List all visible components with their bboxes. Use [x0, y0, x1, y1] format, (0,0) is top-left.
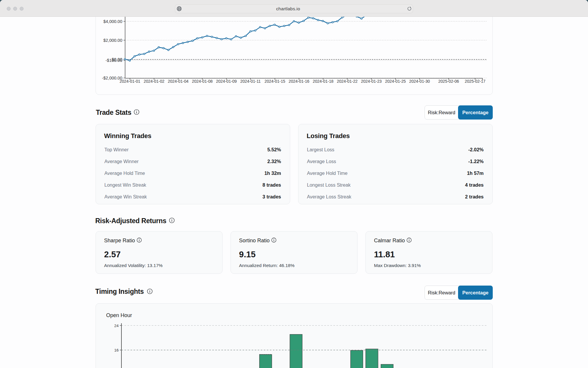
svg-text:2024-01-30: 2024-01-30	[409, 79, 430, 84]
svg-text:24: 24	[114, 324, 119, 328]
svg-text:2024-01-23: 2024-01-23	[361, 79, 382, 84]
svg-text:2024-01-25: 2024-01-25	[385, 79, 406, 84]
svg-text:2025-02-06: 2025-02-06	[438, 79, 459, 84]
svg-text:2024-01-09: 2024-01-09	[216, 79, 237, 84]
svg-text:$4,000.00: $4,000.00	[103, 19, 122, 24]
svg-text:2024-01-11: 2024-01-11	[240, 79, 261, 84]
svg-text:2024-01-08: 2024-01-08	[192, 79, 213, 84]
svg-text:16: 16	[114, 348, 118, 352]
svg-text:2024-01-16: 2024-01-16	[289, 79, 310, 84]
svg-text:2024-01-02: 2024-01-02	[144, 79, 165, 84]
svg-text:-$100.00: -$100.00	[106, 58, 122, 63]
svg-text:2024-01-04: 2024-01-04	[168, 79, 189, 84]
svg-text:2024-01-15: 2024-01-15	[265, 79, 285, 84]
svg-text:2025-02-17: 2025-02-17	[465, 79, 486, 84]
svg-text:$2,000.00: $2,000.00	[103, 38, 122, 43]
svg-text:2024-01-18: 2024-01-18	[313, 79, 334, 84]
svg-text:2024-01-01: 2024-01-01	[120, 79, 141, 84]
svg-text:-$2,000.00: -$2,000.00	[102, 76, 122, 80]
svg-text:2024-01-22: 2024-01-22	[337, 79, 358, 84]
